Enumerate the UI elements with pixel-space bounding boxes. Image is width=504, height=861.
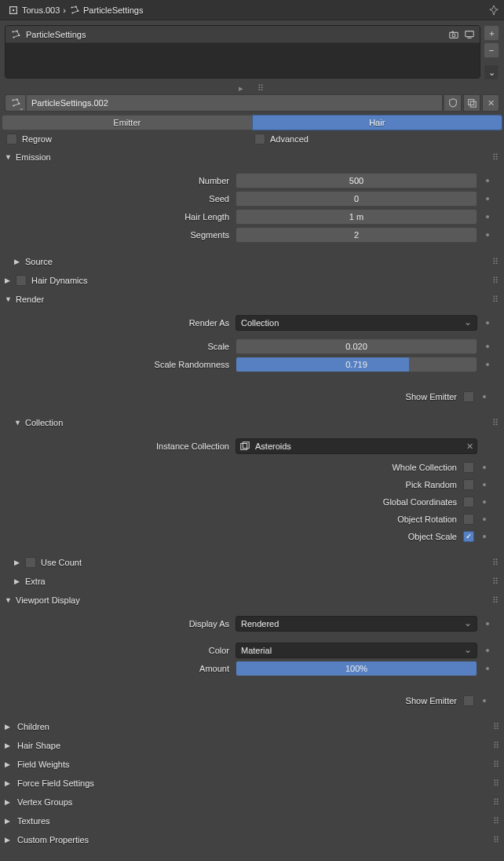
panel-drag-handle[interactable]: ⠿: [492, 577, 499, 587]
panel-drag-handle[interactable]: ⠿: [493, 760, 499, 770]
panel-hair-dynamics-header[interactable]: ▶ Hair Dynamics ⠿: [0, 271, 504, 290]
anim-dot[interactable]: [474, 699, 495, 702]
panel-emission-header[interactable]: ▼ Emission ⠿: [0, 148, 504, 167]
panel-force-field-header[interactable]: ▶Force Field Settings⠿: [0, 774, 504, 793]
advanced-checkbox[interactable]: [254, 134, 265, 145]
whole-collection-checkbox[interactable]: [463, 462, 474, 473]
seed-input[interactable]: 0: [236, 191, 477, 207]
object-rotation-checkbox[interactable]: [463, 514, 474, 525]
particle-system-listbox[interactable]: ParticleSettings: [5, 25, 480, 79]
anim-dot[interactable]: [477, 215, 498, 218]
camera-icon[interactable]: [448, 29, 459, 40]
instance-collection-input[interactable]: Asteroids ✕: [236, 438, 477, 454]
fake-user-button[interactable]: [444, 94, 462, 112]
pin-icon[interactable]: [488, 5, 499, 16]
scale-randomness-input[interactable]: 0.719: [236, 357, 477, 372]
anim-dot[interactable]: [477, 667, 498, 670]
panel-collection-header[interactable]: ▼ Collection ⠿: [0, 413, 504, 432]
remove-particle-system-button[interactable]: −: [484, 42, 499, 58]
tab-emitter[interactable]: Emitter: [2, 115, 252, 130]
tab-hair[interactable]: Hair: [252, 115, 503, 130]
disclosure-open-icon: ▼: [5, 295, 13, 303]
hair-dynamics-checkbox[interactable]: [16, 275, 27, 286]
panel-drag-handle[interactable]: ⠿: [493, 741, 499, 751]
object-icon: [8, 5, 19, 16]
number-input[interactable]: 500: [236, 173, 477, 189]
hair-length-input[interactable]: 1 m: [236, 209, 477, 225]
breadcrumb-particles[interactable]: ParticleSettings: [66, 3, 146, 17]
object-scale-checkbox[interactable]: [463, 531, 474, 542]
panel-drag-handle[interactable]: ⠿: [492, 295, 499, 305]
render-as-select[interactable]: Collection: [236, 315, 477, 331]
panel-drag-handle[interactable]: ⠿: [492, 276, 499, 286]
panel-vertex-groups-header[interactable]: ▶Vertex Groups⠿: [0, 793, 504, 812]
segments-input[interactable]: 2: [236, 227, 477, 243]
anim-dot[interactable]: [477, 649, 498, 652]
anim-dot[interactable]: [477, 622, 498, 625]
display-as-select[interactable]: Rendered: [236, 616, 477, 632]
unlink-datablock-button[interactable]: ✕: [482, 94, 499, 112]
svg-rect-22: [243, 442, 249, 449]
anim-dot[interactable]: [474, 483, 495, 486]
panel-drag-handle[interactable]: ⠿: [493, 722, 499, 732]
add-particle-system-button[interactable]: ＋: [484, 25, 499, 41]
anim-dot[interactable]: [477, 197, 498, 200]
datablock-name-input[interactable]: ParticleSettings.002: [27, 94, 443, 112]
breadcrumb-object[interactable]: Torus.003: [5, 3, 63, 17]
panel-render-label: Render: [16, 295, 44, 304]
panel-drag-handle[interactable]: ⠿: [492, 595, 499, 606]
list-collapse-handle[interactable]: ▸ ⠿: [0, 85, 504, 91]
panel-force-field-label: Force Field Settings: [17, 779, 94, 788]
panel-source-header[interactable]: ▶ Source ⠿: [0, 252, 504, 271]
amount-input[interactable]: 100%: [236, 661, 477, 676]
panel-use-count-header[interactable]: ▶ Use Count ⠿: [0, 553, 504, 572]
anim-dot[interactable]: [477, 363, 498, 366]
new-datablock-button[interactable]: [463, 94, 480, 112]
use-count-checkbox[interactable]: [25, 557, 36, 568]
panel-vertex-groups-label: Vertex Groups: [17, 797, 72, 807]
scale-input[interactable]: 0.020: [236, 339, 477, 354]
pick-random-checkbox[interactable]: [463, 479, 474, 490]
show-emitter-viewport-checkbox[interactable]: [463, 695, 474, 706]
anim-dot[interactable]: [477, 233, 498, 236]
panel-drag-handle[interactable]: ⠿: [493, 816, 499, 826]
hair-options-row: Regrow Advanced: [0, 130, 504, 148]
clear-collection-button[interactable]: ✕: [466, 441, 473, 452]
panel-field-weights-header[interactable]: ▶Field Weights⠿: [0, 755, 504, 774]
regrow-checkbox[interactable]: [6, 134, 17, 145]
panel-drag-handle[interactable]: ⠿: [492, 152, 499, 163]
show-emitter-render-checkbox[interactable]: [463, 391, 474, 402]
panel-viewport-body: Display AsRendered ColorMaterial Amount1…: [0, 610, 504, 717]
collection-icon: [239, 441, 250, 452]
amount-value: 100%: [345, 664, 367, 673]
particle-system-item[interactable]: ParticleSettings: [5, 26, 480, 43]
panel-drag-handle[interactable]: ⠿: [492, 418, 499, 428]
panel-drag-handle[interactable]: ⠿: [492, 257, 499, 267]
panel-hair-shape-header[interactable]: ▶Hair Shape⠿: [0, 736, 504, 755]
panel-hair-dynamics-label: Hair Dynamics: [31, 276, 88, 285]
anim-dot[interactable]: [477, 345, 498, 348]
panel-extra-header[interactable]: ▶ Extra ⠿: [0, 572, 504, 591]
panel-viewport-header[interactable]: ▼ Viewport Display ⠿: [0, 591, 504, 610]
anim-dot[interactable]: [474, 466, 495, 469]
particle-specials-button[interactable]: ⌄: [484, 64, 499, 80]
datablock-browse-button[interactable]: ⌄: [5, 94, 25, 112]
panel-render-header[interactable]: ▼ Render ⠿: [0, 290, 504, 309]
monitor-icon[interactable]: [464, 29, 475, 40]
global-coordinates-checkbox[interactable]: [463, 496, 474, 507]
color-select[interactable]: Material: [236, 643, 477, 658]
panel-drag-handle[interactable]: ⠿: [493, 797, 499, 808]
panel-textures-header[interactable]: ▶Textures⠿: [0, 812, 504, 830]
panel-drag-handle[interactable]: ⠿: [493, 835, 499, 845]
panel-children-header[interactable]: ▶Children⠿: [0, 717, 504, 736]
anim-dot[interactable]: [474, 500, 495, 504]
panel-drag-handle[interactable]: ⠿: [492, 558, 499, 568]
anim-dot[interactable]: [477, 321, 498, 324]
pick-random-label: Pick Random: [0, 480, 463, 489]
panel-custom-properties-header[interactable]: ▶Custom Properties⠿: [0, 830, 504, 849]
anim-dot[interactable]: [477, 179, 498, 182]
panel-drag-handle[interactable]: ⠿: [493, 779, 499, 789]
anim-dot[interactable]: [474, 395, 495, 398]
anim-dot[interactable]: [474, 535, 495, 538]
anim-dot[interactable]: [474, 518, 495, 521]
